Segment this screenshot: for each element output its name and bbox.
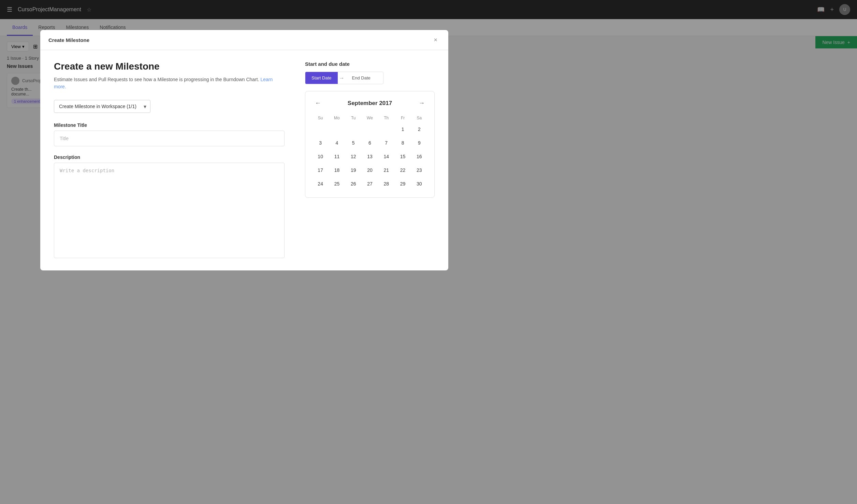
calendar-day-headers: Su Mo Tu We Th Fr Sa: [312, 114, 427, 122]
calendar-day[interactable]: 24: [312, 177, 329, 191]
calendar-day[interactable]: 11: [329, 150, 345, 163]
calendar-day[interactable]: 8: [394, 136, 411, 150]
calendar-empty-day: [329, 122, 345, 136]
day-header-sa: Sa: [411, 114, 427, 122]
calendar-day[interactable]: 16: [411, 150, 427, 163]
date-section-label: Start and due date: [305, 61, 435, 67]
form-subtitle: Estimate Issues and Pull Requests to see…: [54, 76, 285, 90]
day-header-we: We: [362, 114, 378, 122]
calendar-grid: Su Mo Tu We Th Fr Sa 1234567891011121314…: [312, 114, 427, 191]
calendar-day[interactable]: 29: [394, 177, 411, 191]
calendar-day[interactable]: 12: [345, 150, 362, 163]
calendar-header: ← September 2017 →: [312, 98, 427, 108]
calendar-day[interactable]: 28: [378, 177, 394, 191]
calendar-empty-day: [378, 122, 394, 136]
calendar-day[interactable]: 20: [362, 163, 378, 177]
date-tabs: Start Date → End Date: [305, 72, 383, 84]
modal-body: Create a new Milestone Estimate Issues a…: [40, 50, 448, 270]
calendar-day[interactable]: 3: [312, 136, 329, 150]
start-date-tab[interactable]: Start Date: [305, 72, 338, 84]
calendar-day[interactable]: 2: [411, 122, 427, 136]
create-milestone-modal: Create Milestone × Create a new Mileston…: [40, 30, 448, 270]
calendar-day[interactable]: 10: [312, 150, 329, 163]
calendar-day[interactable]: 17: [312, 163, 329, 177]
calendar: ← September 2017 → Su Mo Tu We Th: [305, 91, 435, 198]
modal-title: Create Milestone: [48, 37, 89, 43]
app-background: ☰ CursoProjectManagement ☆ 📖 + U Boards …: [0, 0, 857, 504]
description-label: Description: [54, 154, 285, 160]
calendar-day[interactable]: 22: [394, 163, 411, 177]
workspace-select[interactable]: Create Milestone in Workspace (1/1): [54, 100, 150, 113]
calendar-day[interactable]: 21: [378, 163, 394, 177]
calendar-prev-button[interactable]: ←: [312, 98, 324, 108]
day-header-su: Su: [312, 114, 329, 122]
modal-right: Start and due date Start Date → End Date…: [305, 61, 435, 260]
calendar-day[interactable]: 5: [345, 136, 362, 150]
calendar-day[interactable]: 26: [345, 177, 362, 191]
calendar-body: 1234567891011121314151617181920212223242…: [312, 122, 427, 191]
milestone-title-input[interactable]: [54, 131, 285, 146]
description-textarea[interactable]: [54, 163, 285, 258]
calendar-empty-day: [312, 122, 329, 136]
calendar-empty-day: [345, 122, 362, 136]
arrow-icon: →: [338, 75, 346, 81]
calendar-day[interactable]: 23: [411, 163, 427, 177]
calendar-next-button[interactable]: →: [416, 98, 427, 108]
day-header-mo: Mo: [329, 114, 345, 122]
calendar-day[interactable]: 13: [362, 150, 378, 163]
calendar-day[interactable]: 30: [411, 177, 427, 191]
calendar-empty-day: [362, 122, 378, 136]
form-title: Create a new Milestone: [54, 61, 285, 72]
calendar-day[interactable]: 4: [329, 136, 345, 150]
day-header-th: Th: [378, 114, 394, 122]
workspace-select-container: Create Milestone in Workspace (1/1) ▾: [54, 100, 150, 113]
modal-close-button[interactable]: ×: [431, 35, 440, 44]
calendar-day[interactable]: 1: [394, 122, 411, 136]
calendar-day[interactable]: 7: [378, 136, 394, 150]
calendar-month: September 2017: [348, 100, 392, 107]
modal-header: Create Milestone ×: [40, 30, 448, 50]
calendar-day[interactable]: 25: [329, 177, 345, 191]
end-date-tab[interactable]: End Date: [346, 72, 377, 84]
calendar-day[interactable]: 18: [329, 163, 345, 177]
calendar-day[interactable]: 19: [345, 163, 362, 177]
day-header-tu: Tu: [345, 114, 362, 122]
calendar-day[interactable]: 9: [411, 136, 427, 150]
calendar-day[interactable]: 6: [362, 136, 378, 150]
calendar-day[interactable]: 15: [394, 150, 411, 163]
calendar-day[interactable]: 14: [378, 150, 394, 163]
calendar-day[interactable]: 27: [362, 177, 378, 191]
day-header-fr: Fr: [394, 114, 411, 122]
modal-left: Create a new Milestone Estimate Issues a…: [54, 61, 285, 260]
milestone-title-label: Milestone Title: [54, 122, 285, 128]
